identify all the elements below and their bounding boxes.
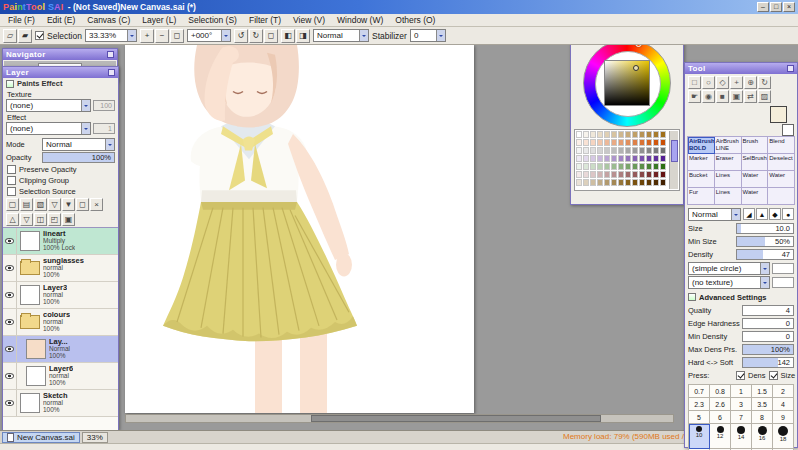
- color-wheel[interactable]: [583, 39, 671, 127]
- color-swatch[interactable]: [653, 171, 659, 178]
- brush-lines[interactable]: Lines: [715, 188, 742, 205]
- effect-select[interactable]: (none): [6, 122, 91, 135]
- color-swatch[interactable]: [660, 147, 666, 154]
- setting-value[interactable]: 0: [742, 318, 794, 329]
- brush-size-14[interactable]: 14: [731, 424, 752, 449]
- size-slider[interactable]: 10.0: [736, 223, 794, 234]
- flip-vertical-button[interactable]: ◨: [296, 29, 310, 43]
- color-swatch[interactable]: [639, 147, 645, 154]
- texture-select[interactable]: (none): [6, 99, 91, 112]
- layer-row-layer3[interactable]: Layer3normal100%: [3, 282, 118, 309]
- color-swatch[interactable]: [618, 179, 624, 186]
- color-swatch[interactable]: [625, 155, 631, 162]
- color-swatch[interactable]: [611, 147, 617, 154]
- chevron-down-icon[interactable]: [436, 30, 445, 41]
- color-swatch[interactable]: [590, 155, 596, 162]
- color-swatch[interactable]: [604, 131, 610, 138]
- menu-others[interactable]: Others (O): [389, 15, 441, 25]
- color-swatch[interactable]: [611, 139, 617, 146]
- color-swatch[interactable]: [660, 179, 666, 186]
- color-swatch[interactable]: [576, 179, 582, 186]
- color-swatch[interactable]: [597, 179, 603, 186]
- brush-blend-mode-select[interactable]: Normal: [688, 208, 741, 221]
- min-size-slider[interactable]: 50%: [736, 236, 794, 247]
- color-swatch[interactable]: [597, 163, 603, 170]
- brush-texture-strength[interactable]: [772, 277, 794, 288]
- panel-menu-icon[interactable]: [107, 51, 114, 58]
- option-clipping-group[interactable]: Clipping Group: [3, 175, 118, 186]
- color-swatch[interactable]: [653, 131, 659, 138]
- brush-water[interactable]: Water: [742, 188, 769, 205]
- color-swatch[interactable]: [604, 139, 610, 146]
- color-swatch[interactable]: [625, 131, 631, 138]
- brush-shape-strength[interactable]: [772, 263, 794, 274]
- color-swatch[interactable]: [646, 155, 652, 162]
- brush-fur[interactable]: Fur: [688, 188, 715, 205]
- color-swatch[interactable]: [597, 147, 603, 154]
- color-swatch[interactable]: [611, 171, 617, 178]
- visibility-eye-icon[interactable]: [3, 363, 17, 389]
- color-swatch[interactable]: [604, 179, 610, 186]
- visibility-eye-icon[interactable]: [3, 228, 17, 254]
- color-swatch[interactable]: [646, 179, 652, 186]
- color-swatch[interactable]: [597, 171, 603, 178]
- foreground-color-tool[interactable]: ■: [716, 90, 729, 103]
- color-swatch[interactable]: [597, 155, 603, 162]
- checkbox-icon[interactable]: [7, 176, 16, 185]
- menu-file[interactable]: File (F): [2, 15, 41, 25]
- background-color-swatch[interactable]: [782, 124, 794, 136]
- brush-size-2[interactable]: 2: [773, 385, 794, 398]
- menu-filter[interactable]: Filter (T): [243, 15, 287, 25]
- color-swatch[interactable]: [604, 155, 610, 162]
- brush-lines[interactable]: Lines: [715, 171, 742, 188]
- transparent-color-tool[interactable]: ▨: [758, 90, 771, 103]
- foreground-color-swatch[interactable]: [770, 106, 787, 123]
- menu-layer[interactable]: Layer (L): [136, 15, 182, 25]
- checkbox-icon[interactable]: [7, 165, 16, 174]
- brush-shape-select[interactable]: (simple circle): [688, 262, 770, 275]
- color-swatch[interactable]: [639, 139, 645, 146]
- checkbox-icon[interactable]: [7, 187, 16, 196]
- selection-checkbox[interactable]: [35, 31, 44, 40]
- color-swatch[interactable]: [583, 163, 589, 170]
- option-selection-source[interactable]: Selection Source: [3, 186, 118, 197]
- option-preserve-opacity[interactable]: Preserve Opacity: [3, 164, 118, 175]
- color-swatch[interactable]: [632, 179, 638, 186]
- new-linework-layer-icon[interactable]: ▧: [34, 198, 47, 211]
- rotate-ccw-button[interactable]: ↺: [234, 29, 248, 43]
- move-layer-down-icon[interactable]: ▽: [20, 213, 33, 226]
- zoom-reset-button[interactable]: ◻: [170, 29, 184, 43]
- visibility-eye-icon[interactable]: [3, 255, 17, 281]
- color-swatch[interactable]: [590, 179, 596, 186]
- color-swatch[interactable]: [576, 155, 582, 162]
- move-tool[interactable]: +: [730, 76, 743, 89]
- zoom-out-button[interactable]: −: [155, 29, 169, 43]
- color-swatch[interactable]: [576, 131, 582, 138]
- eyedropper-tool[interactable]: ◉: [702, 90, 715, 103]
- color-swatch[interactable]: [660, 131, 666, 138]
- color-swatch[interactable]: [597, 139, 603, 146]
- pen-cursor-icon[interactable]: ▱: [3, 29, 17, 43]
- menu-view[interactable]: View (V): [287, 15, 331, 25]
- panel-menu-icon[interactable]: [108, 69, 115, 76]
- chevron-down-icon[interactable]: [127, 30, 136, 41]
- color-swatch[interactable]: [590, 131, 596, 138]
- brush-marker[interactable]: Marker: [688, 154, 715, 171]
- brush-size-3.5[interactable]: 3.5: [752, 398, 773, 411]
- color-swatch[interactable]: [632, 171, 638, 178]
- color-swatch[interactable]: [632, 147, 638, 154]
- brush-tip-round-icon[interactable]: ●: [782, 208, 794, 220]
- selection-tool[interactable]: □: [688, 76, 701, 89]
- brush-empty[interactable]: [768, 188, 795, 205]
- color-swatch[interactable]: [646, 147, 652, 154]
- color-swatch[interactable]: [632, 155, 638, 162]
- chevron-down-icon[interactable]: [359, 30, 368, 41]
- color-swatch[interactable]: [660, 155, 666, 162]
- color-swatch[interactable]: [632, 163, 638, 170]
- rotate-reset-button[interactable]: ◻: [264, 29, 278, 43]
- brush-size-7[interactable]: 7: [731, 411, 752, 424]
- brush-size-4[interactable]: 4: [773, 398, 794, 411]
- brush-texture-select[interactable]: (no texture): [688, 276, 770, 289]
- color-swatch[interactable]: [653, 155, 659, 162]
- brush-blend[interactable]: Blend: [768, 137, 795, 154]
